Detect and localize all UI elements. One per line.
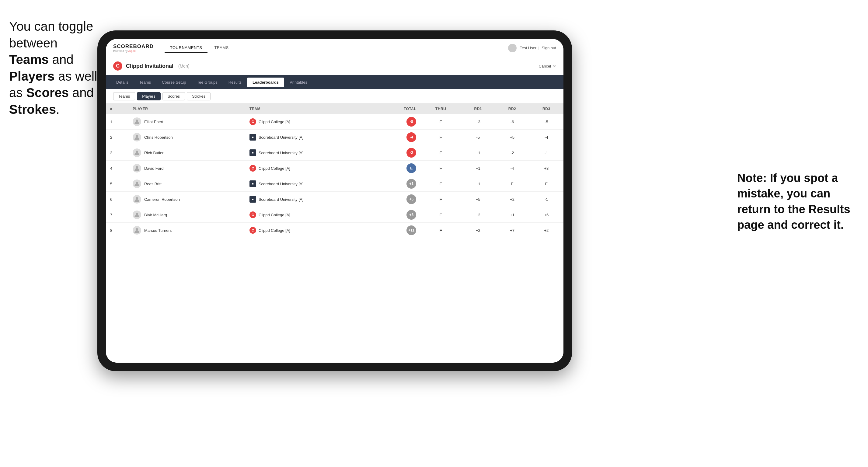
toggle-players-button[interactable]: Players bbox=[137, 92, 160, 100]
cell-rd2: +2 bbox=[495, 192, 529, 207]
leaderboard-table: # PLAYER TEAM TOTAL THRU RD1 RD2 RD3 1 bbox=[106, 104, 563, 363]
cancel-button[interactable]: Cancel ✕ bbox=[539, 64, 556, 68]
cell-rank: 7 bbox=[106, 207, 128, 223]
cell-total: -8 bbox=[376, 114, 421, 130]
cell-rd3: +6 bbox=[529, 207, 563, 223]
tab-leaderboards[interactable]: Leaderboards bbox=[247, 77, 284, 87]
toggle-scores-button[interactable]: Scores bbox=[162, 92, 185, 100]
table-row[interactable]: 6 Cameron Robertson ■ Scoreboard Univers… bbox=[106, 192, 563, 207]
toggle-strokes-button[interactable]: Strokes bbox=[187, 92, 211, 100]
cell-rank: 4 bbox=[106, 161, 128, 176]
team-icon: ■ bbox=[249, 149, 256, 156]
svg-point-4 bbox=[136, 166, 138, 168]
cell-total: +8 bbox=[376, 207, 421, 223]
player-avatar bbox=[133, 195, 141, 204]
player-avatar bbox=[133, 164, 141, 173]
team-icon: C bbox=[249, 118, 256, 125]
avatar bbox=[508, 44, 517, 52]
cell-rd1: +2 bbox=[461, 223, 495, 238]
svg-point-5 bbox=[136, 182, 138, 184]
player-avatar bbox=[133, 226, 141, 235]
table-row[interactable]: 5 Rees Britt ■ Scoreboard University [A]… bbox=[106, 176, 563, 192]
score-badge: E bbox=[406, 163, 416, 173]
tab-details[interactable]: Details bbox=[111, 77, 134, 87]
toggle-teams-button[interactable]: Teams bbox=[113, 92, 135, 100]
team-icon: ■ bbox=[249, 134, 256, 141]
cell-rank: 6 bbox=[106, 192, 128, 207]
left-annotation: You can toggle between Teams and Players… bbox=[9, 18, 97, 118]
col-rank: # bbox=[106, 104, 128, 114]
cell-rank: 1 bbox=[106, 114, 128, 130]
cell-rank: 8 bbox=[106, 223, 128, 238]
cell-total: -2 bbox=[376, 145, 421, 161]
table-row[interactable]: 8 Marcus Turners C Clippd College [A] +1… bbox=[106, 223, 563, 238]
user-icon bbox=[134, 212, 140, 218]
table-row[interactable]: 3 Rich Butler ■ Scoreboard University [A… bbox=[106, 145, 563, 161]
player-avatar bbox=[133, 133, 141, 142]
col-rd2: RD2 bbox=[495, 104, 529, 114]
cell-rd1: +2 bbox=[461, 207, 495, 223]
cell-total: +1 bbox=[376, 176, 421, 192]
close-icon: ✕ bbox=[553, 64, 556, 68]
user-icon bbox=[134, 134, 140, 140]
cell-total: E bbox=[376, 161, 421, 176]
tournament-sub: (Men) bbox=[178, 64, 190, 68]
tab-results[interactable]: Results bbox=[223, 77, 247, 87]
cell-rd3: -5 bbox=[529, 114, 563, 130]
cell-thru: F bbox=[421, 145, 461, 161]
col-rd3: RD3 bbox=[529, 104, 563, 114]
tab-tee-groups[interactable]: Tee Groups bbox=[192, 77, 223, 87]
tablet-frame: SCOREBOARD Powered by clippd TOURNAMENTS… bbox=[97, 30, 572, 371]
table-row[interactable]: 4 David Ford C Clippd College [A] E F bbox=[106, 161, 563, 176]
cell-rd3: -1 bbox=[529, 145, 563, 161]
svg-point-7 bbox=[136, 213, 138, 215]
cell-rd1: +3 bbox=[461, 114, 495, 130]
nav-link-teams[interactable]: TEAMS bbox=[209, 43, 234, 53]
cell-team: ■ Scoreboard University [A] bbox=[245, 130, 376, 145]
table-row[interactable]: 7 Blair McHarg C Clippd College [A] +8 F bbox=[106, 207, 563, 223]
col-player: PLAYER bbox=[128, 104, 245, 114]
svg-point-6 bbox=[136, 197, 138, 199]
user-label: Test User | bbox=[520, 45, 538, 50]
sign-out-link[interactable]: Sign out bbox=[541, 45, 556, 50]
cell-total: -4 bbox=[376, 130, 421, 145]
tab-teams[interactable]: Teams bbox=[134, 77, 156, 87]
cell-rd2: -6 bbox=[495, 114, 529, 130]
cell-rank: 5 bbox=[106, 176, 128, 192]
cell-team: C Clippd College [A] bbox=[245, 161, 376, 176]
svg-point-3 bbox=[136, 151, 138, 153]
cell-rd2: E bbox=[495, 176, 529, 192]
cell-player: Elliot Ebert bbox=[128, 114, 245, 130]
cell-thru: F bbox=[421, 207, 461, 223]
tournament-header: C Clippd Invitational (Men) Cancel ✕ bbox=[106, 57, 563, 75]
score-badge: +11 bbox=[406, 225, 416, 235]
cell-team: C Clippd College [A] bbox=[245, 207, 376, 223]
svg-point-1 bbox=[136, 120, 138, 122]
svg-point-8 bbox=[136, 228, 138, 230]
players-table: # PLAYER TEAM TOTAL THRU RD1 RD2 RD3 1 bbox=[106, 104, 563, 238]
tab-course-setup[interactable]: Course Setup bbox=[156, 77, 192, 87]
cell-team: ■ Scoreboard University [A] bbox=[245, 176, 376, 192]
col-team: TEAM bbox=[245, 104, 376, 114]
player-avatar bbox=[133, 211, 141, 219]
tab-printables[interactable]: Printables bbox=[284, 77, 313, 87]
table-row[interactable]: 2 Chris Robertson ■ Scoreboard Universit… bbox=[106, 130, 563, 145]
logo-subtitle: Powered by clippd bbox=[113, 50, 154, 53]
score-badge: -2 bbox=[406, 148, 416, 158]
player-avatar bbox=[133, 149, 141, 157]
nav-link-tournaments[interactable]: TOURNAMENTS bbox=[164, 43, 208, 53]
table-row[interactable]: 1 Elliot Ebert C Clippd College [A] -8 F bbox=[106, 114, 563, 130]
cell-total: +11 bbox=[376, 223, 421, 238]
cell-rd2: +1 bbox=[495, 207, 529, 223]
cell-rd2: +5 bbox=[495, 130, 529, 145]
cell-rd3: -1 bbox=[529, 192, 563, 207]
cell-rd1: +1 bbox=[461, 176, 495, 192]
svg-point-2 bbox=[136, 135, 138, 137]
team-icon: ■ bbox=[249, 196, 256, 203]
score-badge: -4 bbox=[406, 132, 416, 142]
team-icon: C bbox=[249, 212, 256, 218]
scoreboard-logo: SCOREBOARD Powered by clippd bbox=[113, 43, 154, 53]
nav-right: Test User | Sign out bbox=[508, 44, 556, 52]
user-icon bbox=[134, 196, 140, 202]
user-icon bbox=[134, 181, 140, 187]
